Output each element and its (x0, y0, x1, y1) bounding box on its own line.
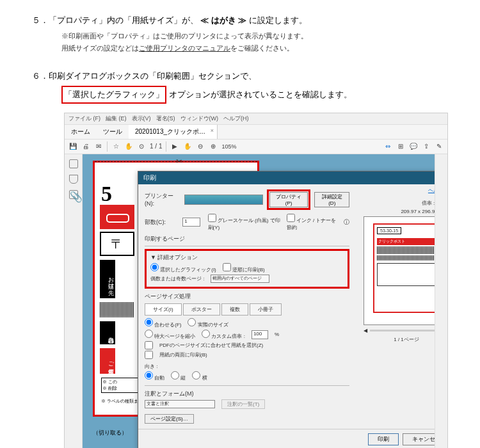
custom-scale-input[interactable]: 100 (252, 330, 268, 339)
grayscale-checkbox[interactable]: グレースケール (白黒) で印刷(Y) (208, 214, 283, 231)
odd-even-label: 偶数または奇数ページ : (150, 275, 204, 282)
cut-line-top: ✂ (95, 161, 257, 162)
orient-auto-radio[interactable]: 自動 (145, 371, 164, 381)
slider-prev-icon[interactable]: ◀ (364, 328, 367, 333)
fit-width-icon[interactable]: ⇔ (383, 142, 392, 151)
save-icon[interactable]: 💾 (68, 142, 77, 151)
doc-area: 📎 5 〒 お届け先 内容品 ご依頼主 ※ この ※ 削除 ※ ラベルの種類また… (65, 154, 447, 448)
page-size-section-title: ページサイズ処理 (145, 292, 349, 301)
detail-options-toggle[interactable]: ▼ 詳細オプション (150, 253, 344, 262)
tab-tool[interactable]: ツール (97, 125, 129, 139)
orientation-label: 向き : (145, 363, 157, 370)
page-settings-button[interactable]: ページ設定(S)… (145, 414, 194, 424)
doc-canvas: 5 〒 お届け先 内容品 ご依頼主 ※ この ※ 削除 ※ ラベルの種類または修… (83, 154, 435, 448)
zoom-in-icon[interactable]: ⊕ (209, 142, 218, 151)
dialog-body: プリンター(N): プロパティ(P) 詳細設定(D) 部数(C): 1 グレース… (138, 184, 435, 429)
bookmark-icon[interactable] (69, 175, 78, 184)
step6-highlight: 「選択したグラフィック」 (61, 86, 166, 103)
postal-mark-icon: 〒 (100, 232, 134, 256)
app-menu-bar: ファイル (F) 編集 (E) 表示(V) 署名(S) ウィンドウ(W) ヘルプ… (65, 113, 447, 125)
tab-booklet[interactable]: 小冊子 (250, 303, 282, 316)
fit-radio[interactable]: 合わせる(F) (145, 318, 181, 328)
step5-text-b: ≪ はがき ≫ (200, 15, 246, 25)
cursor-icon[interactable]: ▶ (170, 142, 179, 151)
detail-options-highlight: ▼ 詳細オプション 選択したグラフィック(I) 逆順に印刷(B) 偶数または奇数… (145, 249, 349, 289)
page-indicator: 1 / 1 (150, 143, 162, 150)
label-tag-recipient: お届け先 (100, 260, 115, 298)
tab-home[interactable]: ホーム (65, 125, 97, 139)
comments-summary-button: 注釈の一覧(T) (221, 399, 265, 409)
info-icon[interactable]: ⓘ (344, 218, 349, 227)
zoom-out-icon[interactable]: ⊖ (196, 142, 205, 151)
orient-portrait-radio[interactable]: 縦 (171, 371, 186, 381)
tab-document[interactable]: 20201013_クリックポ… × (129, 125, 218, 139)
tab-multi[interactable]: 複数 (221, 303, 248, 316)
actual-radio[interactable]: 実際のサイズ (188, 318, 228, 328)
preview-label: 53-30-15 クリックポスト (373, 223, 435, 313)
step6-line2: 「選択したグラフィック」 オプションが選択されていることを確認します。 (61, 86, 448, 103)
step5-text-c: に設定します。 (249, 15, 307, 25)
attach-icon[interactable]: 📎 (69, 190, 78, 199)
cancel-button[interactable]: キャンセル (403, 433, 435, 445)
print-dialog: 印刷 × ヘルプ(H) プリンター(N): プロパティ(P) 詳細設定(D) (138, 171, 435, 448)
menu-window[interactable]: ウィンドウ(W) (180, 115, 219, 123)
menu-help[interactable]: ヘルプ(H) (223, 115, 249, 123)
save-toner-checkbox[interactable]: インク / トナーを節約 (287, 214, 340, 231)
comments-label: 注釈とフォーム(M) (145, 390, 349, 398)
thumbnails-icon[interactable] (69, 159, 78, 168)
hand-icon[interactable]: ✋ (124, 142, 133, 151)
menu-edit[interactable]: 編集 (E) (106, 115, 127, 123)
preview-tracking-number: 53-30-15 (377, 227, 401, 234)
scissors-icon: ✂ (176, 157, 182, 166)
both-sides-checkbox[interactable]: 用紙の両面に印刷(B) (145, 351, 349, 359)
close-tab-icon[interactable]: × (211, 127, 214, 134)
comments-select[interactable]: 文書と注釈 (145, 400, 215, 408)
property-button[interactable]: プロパティ(P) (269, 192, 308, 207)
step5-line: ５． 「プロパティ」内の「用紙サイズ」が、 ≪ はがき ≫ に設定します。 (32, 13, 448, 28)
property-highlight: プロパティ(P) (267, 189, 311, 210)
print-button[interactable]: 印刷 (368, 433, 399, 445)
copies-label: 部数(C): (145, 218, 179, 227)
orient-landscape-radio[interactable]: 横 (192, 371, 207, 381)
menu-file[interactable]: ファイル (F) (68, 115, 100, 123)
odd-even-select[interactable]: 範囲内のすべてのページ (211, 275, 269, 283)
selected-graphic-radio[interactable]: 選択したグラフィック(I) (150, 263, 216, 273)
share-icon[interactable]: ⇪ (422, 142, 431, 151)
menu-sign[interactable]: 署名(S) (156, 115, 175, 123)
page-up-icon[interactable]: ⊙ (137, 142, 146, 151)
tab-poster[interactable]: ポスター (183, 303, 220, 316)
custom-radio[interactable]: カスタム倍率 : (202, 330, 245, 340)
comment-icon[interactable]: 💬 (409, 142, 418, 151)
printer-select[interactable] (184, 195, 262, 205)
preview-slider: ◀ ▶ (364, 328, 435, 333)
reverse-order-checkbox[interactable]: 逆順に印刷(B) (223, 263, 265, 273)
hand2-icon[interactable]: ✋ (183, 142, 192, 151)
printer-label: プリンター(N): (145, 192, 180, 207)
label-tag-contents: 内容品 (100, 321, 115, 344)
step5-note2: 用紙サイズの設定などはご使用プリンタのマニュアルをご確認ください。 (61, 42, 448, 54)
sign-icon[interactable]: ✎ (435, 142, 444, 151)
menu-view[interactable]: 表示(V) (132, 115, 151, 123)
step5-num: ５． (32, 13, 46, 28)
slider-track[interactable] (370, 330, 435, 332)
detail-settings-button[interactable]: 詳細設定(D) (314, 192, 349, 207)
copies-input[interactable]: 1 (182, 218, 200, 227)
pages-section-title: 印刷するページ (145, 235, 349, 243)
cut-label-left: （切り取る） (93, 429, 127, 437)
label-note-box: ※ この ※ 削除 (101, 378, 138, 393)
dialog-footer: 印刷 キャンセル (138, 429, 435, 448)
preview-page-indicator: 1 / 1ページ (364, 336, 435, 343)
step5-note1: ※印刷画面や「プロパティ」はご使用のプリンタによって表示が異なります。 (61, 30, 448, 42)
mail-icon[interactable]: ✉ (94, 142, 103, 151)
print-icon[interactable]: 🖨 (81, 142, 90, 151)
star-icon[interactable]: ☆ (111, 142, 120, 151)
right-panel (435, 154, 447, 448)
help-link[interactable]: ヘルプ(H) (428, 187, 435, 194)
tab-size[interactable]: サイズ(I) (145, 303, 182, 316)
fit-page-icon[interactable]: ⊞ (396, 142, 405, 151)
step6-text-a: 印刷ダイアログボックスの「印刷範囲」セクションで、 (49, 71, 257, 81)
pdf-paper-checkbox[interactable]: PDFのページサイズに合わせて用紙を選択(Z) (145, 341, 349, 349)
preview-barcode2-icon (377, 255, 435, 260)
paper-size-label: 209.97 x 296.97 ミリ (364, 208, 435, 215)
shrink-radio[interactable]: 特大ページを縮小 (145, 330, 195, 340)
